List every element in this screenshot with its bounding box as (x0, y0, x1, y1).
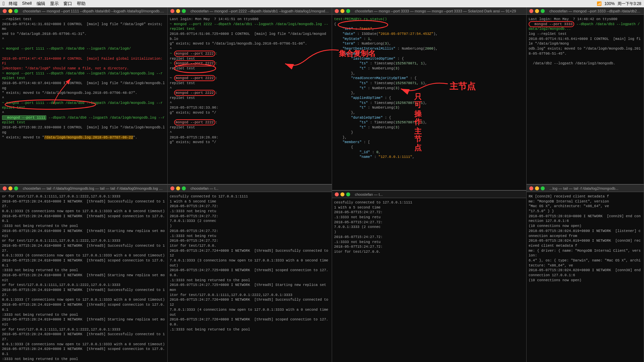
p3l-maximize[interactable] (346, 192, 350, 196)
p3l-close[interactable] (335, 192, 339, 196)
panel4-upper-text: Last login: Mon May 7 14:48:42 on ttys00… (529, 17, 642, 66)
panel3-lower-text: cessfully connected to 127.0.0.1:1111 1 … (334, 200, 524, 254)
panel2-lower-title: choostefan — t... (191, 186, 218, 190)
close-button[interactable] (3, 9, 7, 13)
panel3-lower-title: choostefan — t... (355, 192, 383, 196)
p3l-controls[interactable] (335, 192, 350, 196)
p2l-close[interactable] (170, 186, 174, 190)
menu-items: 终端 Shell 编辑 显示 窗口 帮助 (9, 1, 86, 7)
p4l-close[interactable] (529, 186, 533, 190)
terminal-panel-1: choostefan — mongod --port 1111 --dbpath… (0, 7, 168, 362)
p2l-minimize[interactable] (176, 186, 180, 190)
panel3-text: test:PRIMARY> rs.status() { "set" : "tes… (334, 17, 524, 160)
p2l-window-controls[interactable] (170, 186, 186, 190)
menu-help[interactable]: 帮助 (77, 1, 86, 7)
menu-right: 📶 100% 周一下午3:28 (597, 1, 641, 7)
p4-minimize[interactable] (535, 9, 539, 13)
panel4-lower-title: ...log — tail — tail -f /data/log2/mongo… (549, 186, 618, 190)
battery-icon: 100% (604, 1, 615, 6)
panel1-upper-text: --replSet test 2018-05-07T14:41:31.032+0… (2, 17, 165, 140)
panel3-titlebar: choostefan — mongo --port 3333 — mongo —… (332, 7, 526, 15)
panel1-lower-text: or for test/127.0.0.1:1111,127.0.0.1:222… (2, 194, 165, 361)
panel1-lower-titlebar: choostefan — tail -f /data/log0/mongodb.… (0, 185, 167, 192)
panel2-lower-content[interactable]: cessfully connected to 127.0.0.1:1111 1 … (168, 192, 332, 362)
menu-shell[interactable]: Shell (22, 1, 32, 7)
p4l-maximize[interactable] (541, 186, 545, 190)
menu-display[interactable]: 显示 (50, 1, 59, 7)
panel4-upper-content[interactable]: Last login: Mon May 7 14:48:42 on ttys00… (527, 15, 644, 184)
p4l-minimize[interactable] (535, 186, 539, 190)
panel2-upper-titlebar: choostefan — mongod --port 2222 --dbpath… (168, 7, 332, 15)
p2-close[interactable] (170, 9, 174, 13)
p4-window-controls[interactable] (529, 9, 545, 13)
p2-minimize[interactable] (176, 9, 180, 13)
panel4-lower: ...log — tail — tail -f /data/log2/mongo… (527, 185, 644, 362)
apple-menu[interactable]:  (3, 1, 5, 7)
maximize-button-l[interactable] (14, 186, 18, 190)
panel3-content[interactable]: test:PRIMARY> rs.status() { "set" : "tes… (332, 15, 526, 190)
p3-close[interactable] (335, 9, 339, 13)
minimize-button[interactable] (8, 9, 12, 13)
panel1-lower: choostefan — tail -f /data/log0/mongodb.… (0, 185, 167, 362)
menu-edit[interactable]: 编辑 (37, 1, 45, 7)
menu-terminal[interactable]: 终端 (9, 1, 17, 7)
p3-maximize[interactable] (346, 9, 350, 13)
p4-maximize[interactable] (541, 9, 545, 13)
panel2-title: choostefan — mongod --port 2222 --dbpath… (191, 9, 329, 13)
panel1-upper-content[interactable]: --replSet test 2018-05-07T14:41:31.032+0… (0, 15, 167, 184)
menu-window[interactable]: 窗口 (63, 1, 72, 7)
panel4-lower-content[interactable]: RK [conn28] received client metadata f m… (527, 192, 644, 362)
panel2-lower: choostefan — t... cessfully connected to… (168, 185, 332, 362)
p4l-window-controls[interactable] (529, 186, 545, 190)
minimize-button-l[interactable] (8, 186, 12, 190)
panel3-lower-titlebar: choostefan — t... (332, 191, 526, 198)
maximize-button[interactable] (14, 9, 18, 13)
panel3-title: choostefan — mongo --port 3333 — mongo —… (355, 9, 516, 13)
menu-bar:  终端 Shell 编辑 显示 窗口 帮助 📶 100% 周一下午3:28 (0, 0, 644, 7)
close-button-l[interactable] (3, 186, 7, 190)
panel2-lower-text: cessfully connected to 127.0.0.1:1111 1 … (170, 194, 330, 332)
panel1-lower-content[interactable]: or for test/127.0.0.1:1111,127.0.0.1:222… (0, 192, 167, 362)
p2-window-controls[interactable] (170, 9, 186, 13)
panel4-title: choostefan — mongod --port 3333 --dbpath… (549, 9, 641, 13)
p3l-minimize[interactable] (340, 192, 344, 196)
p3-minimize[interactable] (340, 9, 344, 13)
panel2-upper-content[interactable]: Last login: Mon May 7 14:41:51 on ttys00… (168, 15, 332, 184)
panel4-upper-titlebar: choostefan — mongod --port 3333 --dbpath… (527, 7, 644, 15)
window-controls-lower[interactable] (3, 186, 18, 190)
terminal-panel-4: choostefan — mongod --port 3333 --dbpath… (527, 7, 644, 362)
window-controls[interactable] (3, 9, 18, 13)
panel4-upper: choostefan — mongod --port 3333 --dbpath… (527, 7, 644, 185)
p4-close[interactable] (529, 9, 533, 13)
panel2-upper-text: Last login: Mon May 7 14:41:51 on ttys00… (170, 17, 330, 145)
panel1-title: choostefan — mongod --port 1111 --dbpath… (23, 9, 165, 13)
p2l-maximize[interactable] (182, 186, 186, 190)
p3-window-controls[interactable] (335, 9, 350, 13)
terminal-panel-2: choostefan — mongod --port 2222 --dbpath… (168, 7, 332, 362)
panel2-upper: choostefan — mongod --port 2222 --dbpath… (168, 7, 332, 185)
panel3-lower-text-area[interactable]: cessfully connected to 127.0.0.1:1111 1 … (332, 198, 526, 362)
panel2-lower-titlebar: choostefan — t... (168, 185, 332, 192)
terminals-container: choostefan — mongod --port 1111 --dbpath… (0, 7, 644, 362)
wifi-icon: 📶 (597, 1, 602, 6)
panel1-upper: choostefan — mongod --port 1111 --dbpath… (0, 7, 167, 185)
panel4-lower-text: RK [conn28] received client metadata f m… (529, 194, 642, 283)
p2-maximize[interactable] (182, 9, 186, 13)
panel1-lower-title: choostefan — tail -f /data/log0/mongodb.… (23, 186, 165, 190)
terminal-panel-3: choostefan — mongo --port 3333 — mongo —… (332, 7, 527, 362)
panel3-lower: choostefan — t... cessfully connected to… (332, 190, 526, 362)
panel4-lower-titlebar: ...log — tail — tail -f /data/log2/mongo… (527, 185, 644, 192)
panel1-upper-titlebar: choostefan — mongod --port 1111 --dbpath… (0, 7, 167, 15)
clock: 周一下午3:28 (618, 1, 641, 7)
